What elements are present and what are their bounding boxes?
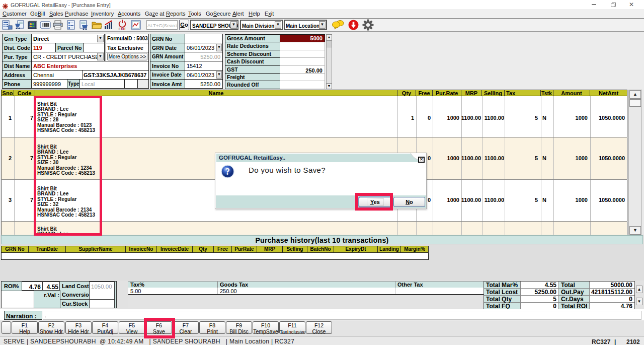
svg-text:EXIT: EXIT: [119, 27, 126, 31]
svg-text:?: ?: [225, 167, 230, 177]
